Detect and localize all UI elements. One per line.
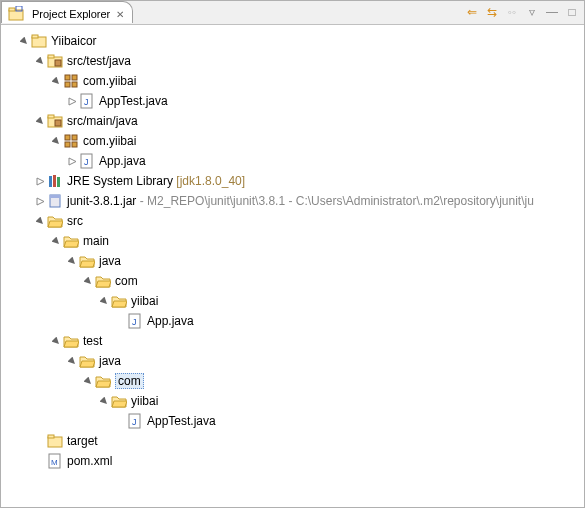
- svg-rect-25: [57, 177, 60, 187]
- xml-file-node[interactable]: M pom.xml: [5, 451, 584, 471]
- node-label: com: [115, 373, 144, 389]
- node-label: com: [115, 274, 138, 288]
- folder-open-icon: [111, 393, 127, 409]
- node-label: AppTest.java: [147, 414, 216, 428]
- folder-open-icon: [79, 353, 95, 369]
- node-label: test: [83, 334, 102, 348]
- folder-node[interactable]: com: [5, 271, 584, 291]
- expanded-icon[interactable]: [83, 276, 93, 286]
- package-node[interactable]: com.yiibai: [5, 131, 584, 151]
- expanded-icon[interactable]: [99, 296, 109, 306]
- maximize-icon[interactable]: □: [564, 4, 580, 20]
- expanded-icon[interactable]: [51, 136, 61, 146]
- collapsed-icon[interactable]: [67, 156, 77, 166]
- jar-icon: [47, 193, 63, 209]
- svg-text:J: J: [132, 317, 137, 327]
- node-label: com.yiibai: [83, 134, 136, 148]
- java-file-icon: J: [79, 93, 95, 109]
- no-twisty: [115, 316, 125, 326]
- svg-text:M: M: [51, 458, 58, 467]
- collapsed-icon[interactable]: [35, 196, 45, 206]
- expanded-icon[interactable]: [83, 376, 93, 386]
- node-label: src: [67, 214, 83, 228]
- no-twisty: [35, 436, 45, 446]
- package-node[interactable]: com.yiibai: [5, 71, 584, 91]
- jre-library-node[interactable]: JRE System Library [jdk1.8.0_40]: [5, 171, 584, 191]
- java-file-icon: J: [127, 413, 143, 429]
- source-folder-node[interactable]: src/test/java: [5, 51, 584, 71]
- java-file-node[interactable]: J AppTest.java: [5, 91, 584, 111]
- node-label: App.java: [99, 154, 146, 168]
- java-file-node[interactable]: J AppTest.java: [5, 411, 584, 431]
- svg-rect-8: [65, 75, 70, 80]
- svg-text:J: J: [84, 97, 89, 107]
- node-label: JRE System Library [jdk1.8.0_40]: [67, 174, 245, 188]
- no-twisty: [115, 416, 125, 426]
- jar-node[interactable]: junit-3.8.1.jar - M2_REPO\junit\junit\3.…: [5, 191, 584, 211]
- maven-file-icon: M: [47, 453, 63, 469]
- expanded-icon[interactable]: [35, 116, 45, 126]
- node-label: java: [99, 354, 121, 368]
- folder-open-icon: [111, 293, 127, 309]
- folder-node[interactable]: yiibai: [5, 291, 584, 311]
- java-file-icon: J: [127, 313, 143, 329]
- svg-rect-15: [48, 115, 54, 118]
- folder-node[interactable]: java: [5, 351, 584, 371]
- source-folder-icon: [47, 53, 63, 69]
- folder-node[interactable]: src: [5, 211, 584, 231]
- project-node[interactable]: Yiibaicor: [5, 31, 584, 51]
- expanded-icon[interactable]: [51, 76, 61, 86]
- expanded-icon[interactable]: [35, 56, 45, 66]
- folder-node[interactable]: main: [5, 231, 584, 251]
- java-file-node[interactable]: J App.java: [5, 151, 584, 171]
- svg-rect-23: [49, 176, 52, 187]
- focus-icon[interactable]: ◦◦: [504, 4, 520, 20]
- node-label: yiibai: [131, 394, 158, 408]
- folder-open-icon: [47, 213, 63, 229]
- close-icon[interactable]: ✕: [116, 9, 124, 20]
- folder-node[interactable]: yiibai: [5, 391, 584, 411]
- collapse-all-icon[interactable]: ⇐: [464, 4, 480, 20]
- node-label: AppTest.java: [99, 94, 168, 108]
- svg-rect-10: [65, 82, 70, 87]
- expanded-icon[interactable]: [67, 356, 77, 366]
- node-label: java: [99, 254, 121, 268]
- expanded-icon[interactable]: [19, 36, 29, 46]
- project-icon: [31, 33, 47, 49]
- source-folder-node[interactable]: src/main/java: [5, 111, 584, 131]
- link-editor-icon[interactable]: ⇆: [484, 4, 500, 20]
- node-label: App.java: [147, 314, 194, 328]
- svg-rect-33: [48, 435, 54, 438]
- folder-open-icon: [95, 373, 111, 389]
- folder-open-icon: [95, 273, 111, 289]
- folder-icon: [47, 433, 63, 449]
- svg-text:J: J: [132, 417, 137, 427]
- node-label: target: [67, 434, 98, 448]
- expanded-icon[interactable]: [51, 336, 61, 346]
- package-icon: [63, 133, 79, 149]
- java-file-icon: J: [79, 153, 95, 169]
- expanded-icon[interactable]: [51, 236, 61, 246]
- folder-node-selected[interactable]: com: [5, 371, 584, 391]
- node-label: src/test/java: [67, 54, 131, 68]
- svg-rect-11: [72, 82, 77, 87]
- expanded-icon[interactable]: [99, 396, 109, 406]
- tree[interactable]: Yiibaicor src/test/java com.yiibai J App…: [1, 25, 584, 471]
- collapsed-icon[interactable]: [67, 96, 77, 106]
- folder-node[interactable]: target: [5, 431, 584, 451]
- folder-open-icon: [79, 253, 95, 269]
- folder-node[interactable]: java: [5, 251, 584, 271]
- tab-title: Project Explorer: [32, 8, 110, 20]
- java-file-node[interactable]: J App.java: [5, 311, 584, 331]
- view-menu-icon[interactable]: ▿: [524, 4, 540, 20]
- source-folder-icon: [47, 113, 63, 129]
- node-label: yiibai: [131, 294, 158, 308]
- tab-project-explorer[interactable]: Project Explorer ✕: [1, 1, 133, 23]
- node-label: main: [83, 234, 109, 248]
- collapsed-icon[interactable]: [35, 176, 45, 186]
- expanded-icon[interactable]: [67, 256, 77, 266]
- folder-node[interactable]: test: [5, 331, 584, 351]
- minimize-icon[interactable]: —: [544, 4, 560, 20]
- svg-rect-24: [53, 175, 56, 187]
- expanded-icon[interactable]: [35, 216, 45, 226]
